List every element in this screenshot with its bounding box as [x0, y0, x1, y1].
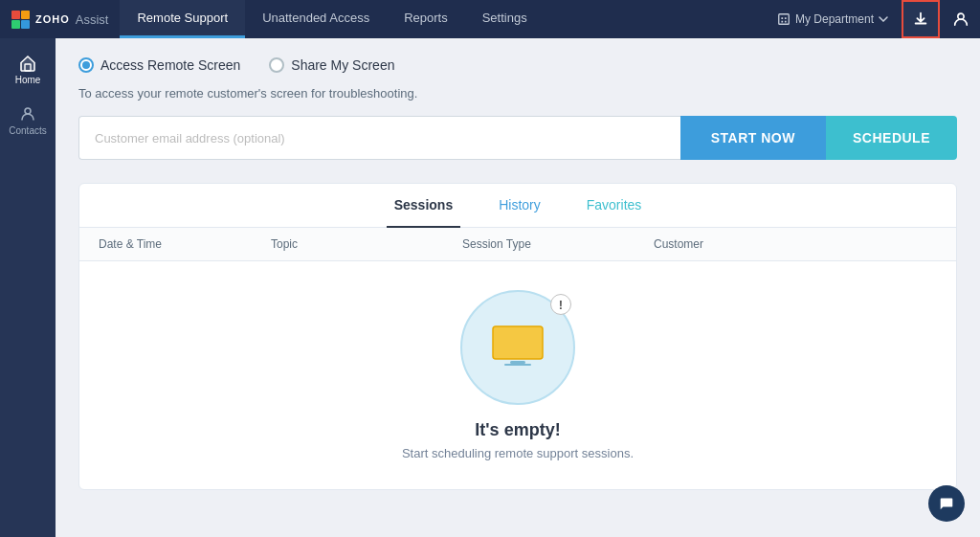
col-session-type: Session Type: [462, 237, 654, 251]
download-icon: [912, 11, 929, 28]
share-screen-option[interactable]: Share My Screen: [269, 57, 394, 73]
chevron-down-icon: [879, 16, 888, 22]
schedule-button[interactable]: SCHEDULE: [826, 116, 957, 160]
col-customer: Customer: [654, 237, 845, 251]
sessions-card: Sessions History Favorites Date & Time T…: [78, 183, 957, 490]
access-remote-label: Access Remote Screen: [100, 57, 240, 73]
chat-icon: [938, 495, 955, 512]
monitor-illustration: !: [460, 290, 575, 405]
sidebar-item-contacts[interactable]: Contacts: [0, 97, 56, 144]
user-icon: [952, 11, 969, 28]
sidebar-item-home[interactable]: Home: [0, 46, 56, 93]
department-button[interactable]: My Department: [766, 0, 900, 38]
empty-state: ! It's empty! Start scheduling remote su…: [79, 261, 956, 489]
share-screen-label: Share My Screen: [291, 57, 394, 73]
svg-rect-9: [510, 361, 525, 364]
zoho-logo-text: ZOHO: [35, 13, 70, 25]
layout: Home Contacts Access Remote Screen Share…: [0, 38, 980, 537]
download-button[interactable]: [902, 0, 940, 38]
col-topic: Topic: [271, 237, 462, 251]
home-icon: [18, 54, 37, 73]
product-name: Assist: [76, 12, 109, 27]
app-logo: ZOHO Assist: [0, 0, 120, 38]
svg-rect-8: [493, 326, 543, 359]
sidebar-item-contacts-label: Contacts: [9, 125, 46, 136]
col-datetime: Date & Time: [99, 237, 271, 251]
tab-remote-support[interactable]: Remote Support: [120, 0, 245, 38]
tab-settings[interactable]: Settings: [465, 0, 545, 38]
empty-subtitle: Start scheduling remote support sessions…: [402, 446, 634, 460]
contacts-icon: [18, 104, 37, 123]
empty-title: It's empty!: [475, 420, 560, 440]
monitor-svg: [487, 321, 548, 374]
email-input[interactable]: [78, 116, 680, 160]
svg-rect-1: [781, 17, 783, 19]
main-content: Access Remote Screen Share My Screen To …: [56, 38, 980, 537]
exclaim-badge: !: [550, 294, 571, 315]
tab-reports[interactable]: Reports: [387, 0, 465, 38]
action-row: START NOW SCHEDULE: [78, 116, 957, 160]
svg-rect-4: [785, 21, 787, 23]
department-label: My Department: [795, 12, 874, 26]
access-remote-option[interactable]: Access Remote Screen: [78, 57, 240, 73]
nav-tabs: Remote Support Unattended Access Reports…: [120, 0, 544, 38]
start-now-button[interactable]: START NOW: [680, 116, 826, 160]
sidebar-item-home-label: Home: [15, 75, 41, 85]
topnav: ZOHO Assist Remote Support Unattended Ac…: [0, 0, 980, 38]
tab-sessions[interactable]: Sessions: [387, 184, 460, 228]
sessions-tabs: Sessions History Favorites: [79, 184, 956, 228]
session-type-radio-group: Access Remote Screen Share My Screen: [78, 57, 957, 73]
sidebar: Home Contacts: [0, 38, 56, 537]
svg-rect-10: [504, 364, 531, 366]
building-icon: [777, 12, 791, 26]
topnav-right: My Department: [766, 0, 980, 38]
profile-button[interactable]: [942, 0, 980, 38]
access-remote-radio[interactable]: [78, 57, 94, 73]
share-screen-radio[interactable]: [269, 57, 284, 73]
svg-point-7: [25, 108, 31, 114]
svg-rect-0: [779, 14, 790, 25]
svg-rect-2: [785, 17, 787, 19]
tab-history[interactable]: History: [491, 184, 548, 228]
svg-rect-3: [781, 21, 783, 23]
session-description: To access your remote customer's screen …: [78, 86, 957, 101]
chat-button[interactable]: [928, 485, 965, 522]
tab-unattended-access[interactable]: Unattended Access: [245, 0, 387, 38]
table-header: Date & Time Topic Session Type Customer: [79, 228, 956, 261]
tab-favorites[interactable]: Favorites: [579, 184, 650, 228]
zoho-squares-icon: [11, 11, 30, 29]
